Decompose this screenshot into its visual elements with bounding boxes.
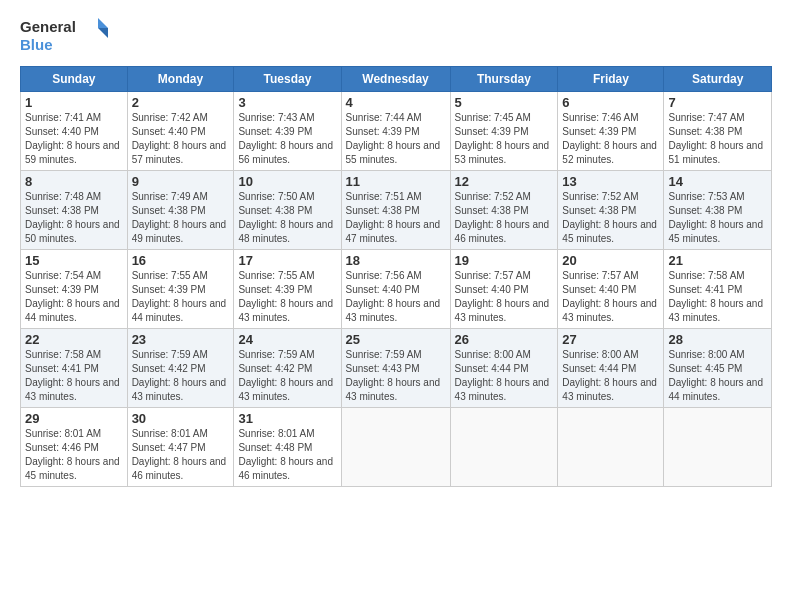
calendar-week-row: 8 Sunrise: 7:48 AMSunset: 4:38 PMDayligh… bbox=[21, 171, 772, 250]
calendar-day-cell: 30 Sunrise: 8:01 AMSunset: 4:47 PMDaylig… bbox=[127, 408, 234, 487]
day-info: Sunrise: 7:53 AMSunset: 4:38 PMDaylight:… bbox=[668, 191, 763, 244]
logo: General Blue bbox=[20, 16, 110, 58]
header-cell: Friday bbox=[558, 67, 664, 92]
calendar-day-cell: 15 Sunrise: 7:54 AMSunset: 4:39 PMDaylig… bbox=[21, 250, 128, 329]
calendar-day-cell: 28 Sunrise: 8:00 AMSunset: 4:45 PMDaylig… bbox=[664, 329, 772, 408]
day-info: Sunrise: 7:58 AMSunset: 4:41 PMDaylight:… bbox=[25, 349, 120, 402]
day-info: Sunrise: 8:01 AMSunset: 4:46 PMDaylight:… bbox=[25, 428, 120, 481]
day-number: 21 bbox=[668, 253, 767, 268]
day-info: Sunrise: 7:59 AMSunset: 4:43 PMDaylight:… bbox=[346, 349, 441, 402]
calendar-day-cell bbox=[558, 408, 664, 487]
header-cell: Monday bbox=[127, 67, 234, 92]
day-info: Sunrise: 7:46 AMSunset: 4:39 PMDaylight:… bbox=[562, 112, 657, 165]
calendar-day-cell: 19 Sunrise: 7:57 AMSunset: 4:40 PMDaylig… bbox=[450, 250, 558, 329]
day-number: 20 bbox=[562, 253, 659, 268]
day-number: 14 bbox=[668, 174, 767, 189]
header-cell: Wednesday bbox=[341, 67, 450, 92]
calendar-week-row: 29 Sunrise: 8:01 AMSunset: 4:46 PMDaylig… bbox=[21, 408, 772, 487]
day-number: 1 bbox=[25, 95, 123, 110]
day-info: Sunrise: 7:44 AMSunset: 4:39 PMDaylight:… bbox=[346, 112, 441, 165]
day-info: Sunrise: 7:58 AMSunset: 4:41 PMDaylight:… bbox=[668, 270, 763, 323]
day-number: 13 bbox=[562, 174, 659, 189]
calendar-day-cell bbox=[341, 408, 450, 487]
day-info: Sunrise: 8:00 AMSunset: 4:44 PMDaylight:… bbox=[562, 349, 657, 402]
day-info: Sunrise: 8:00 AMSunset: 4:45 PMDaylight:… bbox=[668, 349, 763, 402]
calendar-day-cell: 4 Sunrise: 7:44 AMSunset: 4:39 PMDayligh… bbox=[341, 92, 450, 171]
calendar-day-cell: 26 Sunrise: 8:00 AMSunset: 4:44 PMDaylig… bbox=[450, 329, 558, 408]
calendar-day-cell: 11 Sunrise: 7:51 AMSunset: 4:38 PMDaylig… bbox=[341, 171, 450, 250]
day-number: 17 bbox=[238, 253, 336, 268]
calendar-day-cell: 12 Sunrise: 7:52 AMSunset: 4:38 PMDaylig… bbox=[450, 171, 558, 250]
calendar-day-cell: 13 Sunrise: 7:52 AMSunset: 4:38 PMDaylig… bbox=[558, 171, 664, 250]
calendar-day-cell: 25 Sunrise: 7:59 AMSunset: 4:43 PMDaylig… bbox=[341, 329, 450, 408]
calendar-week-row: 15 Sunrise: 7:54 AMSunset: 4:39 PMDaylig… bbox=[21, 250, 772, 329]
svg-text:Blue: Blue bbox=[20, 36, 53, 53]
day-info: Sunrise: 7:47 AMSunset: 4:38 PMDaylight:… bbox=[668, 112, 763, 165]
day-number: 5 bbox=[455, 95, 554, 110]
calendar-day-cell: 18 Sunrise: 7:56 AMSunset: 4:40 PMDaylig… bbox=[341, 250, 450, 329]
day-info: Sunrise: 8:01 AMSunset: 4:48 PMDaylight:… bbox=[238, 428, 333, 481]
header-cell: Sunday bbox=[21, 67, 128, 92]
day-number: 4 bbox=[346, 95, 446, 110]
day-number: 16 bbox=[132, 253, 230, 268]
calendar-day-cell bbox=[450, 408, 558, 487]
calendar-day-cell: 5 Sunrise: 7:45 AMSunset: 4:39 PMDayligh… bbox=[450, 92, 558, 171]
calendar-day-cell: 9 Sunrise: 7:49 AMSunset: 4:38 PMDayligh… bbox=[127, 171, 234, 250]
calendar-day-cell: 31 Sunrise: 8:01 AMSunset: 4:48 PMDaylig… bbox=[234, 408, 341, 487]
day-number: 22 bbox=[25, 332, 123, 347]
day-number: 9 bbox=[132, 174, 230, 189]
calendar-day-cell: 16 Sunrise: 7:55 AMSunset: 4:39 PMDaylig… bbox=[127, 250, 234, 329]
day-info: Sunrise: 7:43 AMSunset: 4:39 PMDaylight:… bbox=[238, 112, 333, 165]
day-number: 7 bbox=[668, 95, 767, 110]
day-info: Sunrise: 7:49 AMSunset: 4:38 PMDaylight:… bbox=[132, 191, 227, 244]
day-number: 23 bbox=[132, 332, 230, 347]
day-number: 8 bbox=[25, 174, 123, 189]
day-info: Sunrise: 7:42 AMSunset: 4:40 PMDaylight:… bbox=[132, 112, 227, 165]
day-info: Sunrise: 7:57 AMSunset: 4:40 PMDaylight:… bbox=[455, 270, 550, 323]
day-number: 10 bbox=[238, 174, 336, 189]
calendar-day-cell: 24 Sunrise: 7:59 AMSunset: 4:42 PMDaylig… bbox=[234, 329, 341, 408]
day-number: 27 bbox=[562, 332, 659, 347]
svg-marker-2 bbox=[98, 18, 108, 28]
page: General Blue SundayMondayTuesdayWednesda… bbox=[0, 0, 792, 612]
calendar: SundayMondayTuesdayWednesdayThursdayFrid… bbox=[20, 66, 772, 487]
day-info: Sunrise: 7:41 AMSunset: 4:40 PMDaylight:… bbox=[25, 112, 120, 165]
logo-text-block: General Blue bbox=[20, 16, 110, 58]
day-number: 15 bbox=[25, 253, 123, 268]
svg-marker-3 bbox=[98, 28, 108, 38]
svg-text:General: General bbox=[20, 18, 76, 35]
day-info: Sunrise: 7:55 AMSunset: 4:39 PMDaylight:… bbox=[132, 270, 227, 323]
calendar-day-cell: 1 Sunrise: 7:41 AMSunset: 4:40 PMDayligh… bbox=[21, 92, 128, 171]
day-info: Sunrise: 7:59 AMSunset: 4:42 PMDaylight:… bbox=[132, 349, 227, 402]
calendar-header-row: SundayMondayTuesdayWednesdayThursdayFrid… bbox=[21, 67, 772, 92]
day-info: Sunrise: 8:00 AMSunset: 4:44 PMDaylight:… bbox=[455, 349, 550, 402]
calendar-day-cell: 27 Sunrise: 8:00 AMSunset: 4:44 PMDaylig… bbox=[558, 329, 664, 408]
day-info: Sunrise: 7:50 AMSunset: 4:38 PMDaylight:… bbox=[238, 191, 333, 244]
day-number: 6 bbox=[562, 95, 659, 110]
day-number: 3 bbox=[238, 95, 336, 110]
day-info: Sunrise: 8:01 AMSunset: 4:47 PMDaylight:… bbox=[132, 428, 227, 481]
day-info: Sunrise: 7:52 AMSunset: 4:38 PMDaylight:… bbox=[455, 191, 550, 244]
day-info: Sunrise: 7:57 AMSunset: 4:40 PMDaylight:… bbox=[562, 270, 657, 323]
day-info: Sunrise: 7:48 AMSunset: 4:38 PMDaylight:… bbox=[25, 191, 120, 244]
calendar-week-row: 1 Sunrise: 7:41 AMSunset: 4:40 PMDayligh… bbox=[21, 92, 772, 171]
calendar-day-cell: 17 Sunrise: 7:55 AMSunset: 4:39 PMDaylig… bbox=[234, 250, 341, 329]
day-number: 19 bbox=[455, 253, 554, 268]
calendar-day-cell bbox=[664, 408, 772, 487]
day-info: Sunrise: 7:51 AMSunset: 4:38 PMDaylight:… bbox=[346, 191, 441, 244]
calendar-day-cell: 10 Sunrise: 7:50 AMSunset: 4:38 PMDaylig… bbox=[234, 171, 341, 250]
logo-svg: General Blue bbox=[20, 16, 110, 54]
calendar-day-cell: 8 Sunrise: 7:48 AMSunset: 4:38 PMDayligh… bbox=[21, 171, 128, 250]
day-info: Sunrise: 7:45 AMSunset: 4:39 PMDaylight:… bbox=[455, 112, 550, 165]
calendar-week-row: 22 Sunrise: 7:58 AMSunset: 4:41 PMDaylig… bbox=[21, 329, 772, 408]
calendar-day-cell: 7 Sunrise: 7:47 AMSunset: 4:38 PMDayligh… bbox=[664, 92, 772, 171]
header: General Blue bbox=[20, 16, 772, 58]
header-cell: Saturday bbox=[664, 67, 772, 92]
calendar-day-cell: 29 Sunrise: 8:01 AMSunset: 4:46 PMDaylig… bbox=[21, 408, 128, 487]
calendar-day-cell: 3 Sunrise: 7:43 AMSunset: 4:39 PMDayligh… bbox=[234, 92, 341, 171]
day-number: 26 bbox=[455, 332, 554, 347]
day-number: 31 bbox=[238, 411, 336, 426]
day-number: 2 bbox=[132, 95, 230, 110]
day-info: Sunrise: 7:56 AMSunset: 4:40 PMDaylight:… bbox=[346, 270, 441, 323]
day-info: Sunrise: 7:54 AMSunset: 4:39 PMDaylight:… bbox=[25, 270, 120, 323]
